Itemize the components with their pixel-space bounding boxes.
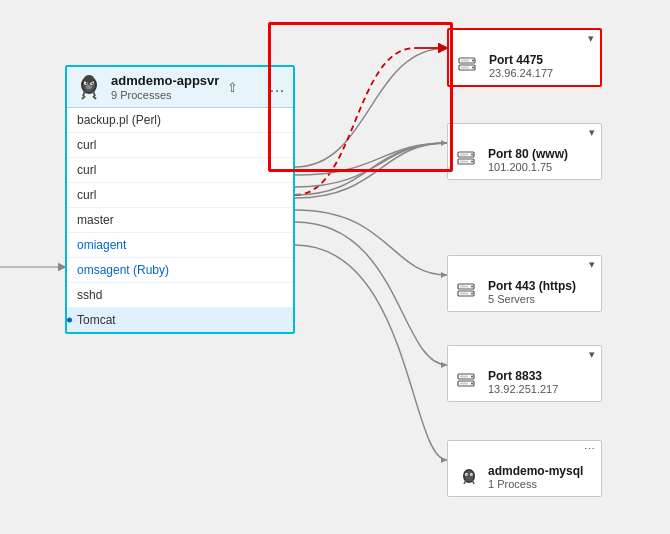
node-title-group: admdemo-appsvr 9 Processes xyxy=(111,73,219,101)
svg-rect-34 xyxy=(460,286,468,288)
collapse-chevron[interactable]: ▾ xyxy=(589,126,595,139)
port-name: Port 8833 xyxy=(488,369,558,383)
collapse-button[interactable]: ⇧ xyxy=(227,80,238,95)
port-node-p3[interactable]: ▾ Port 443 (https)5 Servers xyxy=(447,255,602,312)
port-name: Port 80 (www) xyxy=(488,147,568,161)
menu-button[interactable]: … xyxy=(269,79,285,95)
linux-icon xyxy=(75,73,103,101)
port-node-p1[interactable]: ▾ Port 447523.96.24.177 xyxy=(447,28,602,87)
process-item[interactable]: curl xyxy=(67,133,293,158)
collapse-chevron[interactable]: ▾ xyxy=(588,32,594,45)
svg-point-17 xyxy=(84,75,94,83)
process-item[interactable]: master xyxy=(67,208,293,233)
svg-point-11 xyxy=(92,83,94,85)
process-item[interactable]: omiagent xyxy=(67,233,293,258)
port-header: admdemo-mysql1 Process xyxy=(448,458,601,496)
port-header: Port 80 (www)101.200.1.75 xyxy=(448,141,601,179)
port-detail: 5 Servers xyxy=(488,293,576,305)
network-icon xyxy=(456,150,482,170)
node-title: admdemo-appsvr xyxy=(111,73,219,89)
svg-rect-41 xyxy=(460,383,468,385)
server-icon xyxy=(456,467,482,487)
process-list: backup.pl (Perl)curlcurlcurlmasteromiage… xyxy=(67,108,293,332)
network-icon xyxy=(456,282,482,302)
port-header: Port 883313.92.251.217 xyxy=(448,363,601,401)
svg-rect-22 xyxy=(461,60,469,62)
process-item[interactable]: curl xyxy=(67,158,293,183)
svg-point-46 xyxy=(466,474,467,475)
main-node: admdemo-appsvr 9 Processes ⇧ … backup.pl… xyxy=(65,65,295,334)
collapse-chevron[interactable]: ⋯ xyxy=(584,443,595,456)
port-detail: 101.200.1.75 xyxy=(488,161,568,173)
svg-point-26 xyxy=(471,154,473,156)
port-name: Port 4475 xyxy=(489,53,553,67)
port-info: admdemo-mysql1 Process xyxy=(488,464,583,490)
svg-rect-40 xyxy=(460,376,468,378)
svg-line-48 xyxy=(464,480,466,484)
port-info: Port 80 (www)101.200.1.75 xyxy=(488,147,568,173)
svg-point-27 xyxy=(471,161,473,163)
svg-point-44 xyxy=(465,473,468,476)
collapse-chevron[interactable]: ▾ xyxy=(589,258,595,271)
svg-line-14 xyxy=(93,91,95,96)
process-item[interactable]: curl xyxy=(67,183,293,208)
svg-point-43 xyxy=(465,471,474,482)
process-item[interactable]: omsagent (Ruby) xyxy=(67,258,293,283)
svg-rect-29 xyxy=(460,161,468,163)
port-header: Port 447523.96.24.177 xyxy=(449,47,600,85)
process-item[interactable]: sshd xyxy=(67,283,293,308)
red-highlight-box xyxy=(268,22,453,172)
node-header: admdemo-appsvr 9 Processes ⇧ … xyxy=(67,67,293,108)
svg-rect-35 xyxy=(460,293,468,295)
svg-line-15 xyxy=(82,96,85,99)
process-item[interactable]: backup.pl (Perl) xyxy=(67,108,293,133)
port-info: Port 883313.92.251.217 xyxy=(488,369,558,395)
network-icon xyxy=(457,56,483,76)
svg-point-32 xyxy=(471,286,473,288)
collapse-chevron[interactable]: ▾ xyxy=(589,348,595,361)
svg-point-21 xyxy=(472,67,474,69)
port-info: Port 447523.96.24.177 xyxy=(489,53,553,79)
port-node-p4[interactable]: ▾ Port 883313.92.251.217 xyxy=(447,345,602,402)
svg-line-16 xyxy=(93,96,96,99)
port-name: Port 443 (https) xyxy=(488,279,576,293)
svg-line-49 xyxy=(472,480,474,484)
svg-point-20 xyxy=(472,60,474,62)
svg-rect-28 xyxy=(460,154,468,156)
svg-line-13 xyxy=(83,91,85,96)
port-node-p2[interactable]: ▾ Port 80 (www)101.200.1.75 xyxy=(447,123,602,180)
svg-point-10 xyxy=(86,83,88,85)
svg-point-47 xyxy=(471,474,472,475)
svg-point-39 xyxy=(471,383,473,385)
svg-point-38 xyxy=(471,376,473,378)
process-item[interactable]: Tomcat xyxy=(67,308,293,332)
svg-point-12 xyxy=(86,85,92,89)
node-subtitle: 9 Processes xyxy=(111,89,219,101)
port-header: Port 443 (https)5 Servers xyxy=(448,273,601,311)
port-node-p5[interactable]: ⋯ admdemo-mysql1 Process xyxy=(447,440,602,497)
port-detail: 1 Process xyxy=(488,478,583,490)
svg-rect-23 xyxy=(461,67,469,69)
port-info: Port 443 (https)5 Servers xyxy=(488,279,576,305)
network-icon xyxy=(456,372,482,392)
port-detail: 13.92.251.217 xyxy=(488,383,558,395)
port-detail: 23.96.24.177 xyxy=(489,67,553,79)
svg-point-45 xyxy=(470,473,473,476)
port-name: admdemo-mysql xyxy=(488,464,583,478)
svg-point-33 xyxy=(471,293,473,295)
